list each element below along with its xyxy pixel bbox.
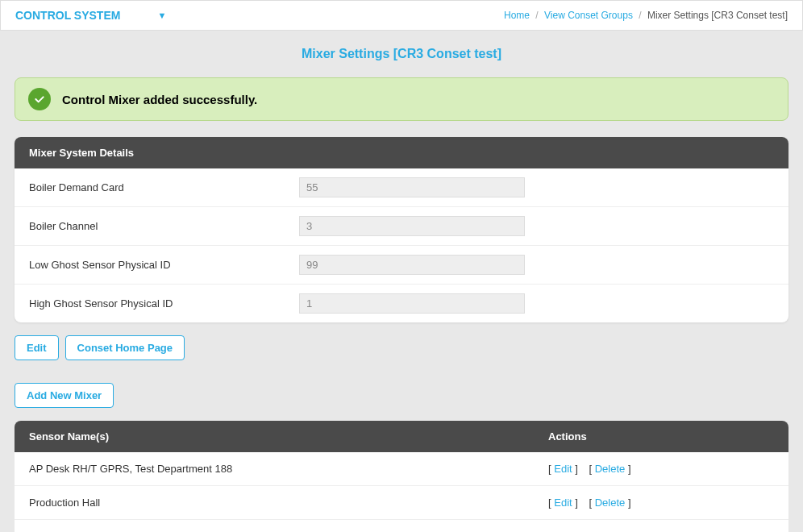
breadcrumb-current: Mixer Settings [CR3 Conset test]	[647, 10, 788, 21]
alert-message: Control Mixer added successfully.	[62, 93, 257, 106]
boiler-channel-input	[299, 216, 525, 236]
conset-home-button[interactable]: Conset Home Page	[65, 335, 185, 360]
breadcrumb-home[interactable]: Home	[504, 10, 530, 21]
edit-link[interactable]: Edit	[554, 497, 572, 509]
nav-section-dropdown[interactable]: CONTROL SYSTEM ▼	[15, 9, 166, 22]
table-header: Sensor Name(s) Actions	[15, 421, 788, 452]
panel-header: Mixer System Details	[15, 137, 788, 168]
field-label: Boiler Demand Card	[29, 181, 299, 193]
sensor-name: AP Desk RH/T GPRS, Test Department 188	[29, 463, 548, 475]
form-row: High Ghost Sensor Physical ID	[15, 285, 788, 322]
panel-body: Boiler Demand Card Boiler Channel Low Gh…	[15, 168, 788, 322]
table-row: Production Hall [ Edit ] [ Delete ]	[15, 486, 788, 520]
form-row: Boiler Channel	[15, 207, 788, 246]
low-ghost-sensor-input	[299, 255, 525, 275]
button-row: Edit Conset Home Page	[15, 335, 788, 360]
check-circle-icon	[28, 88, 51, 110]
table-header-name: Sensor Name(s)	[29, 430, 548, 443]
field-label: Boiler Channel	[29, 220, 299, 232]
sensor-table: Sensor Name(s) Actions AP Desk RH/T GPRS…	[15, 421, 788, 532]
breadcrumb-sep: /	[535, 10, 538, 21]
form-row: Boiler Demand Card	[15, 168, 788, 207]
sensor-name: Production Hall	[29, 497, 548, 509]
row-actions: [ Edit ] [ Delete ]	[548, 463, 774, 475]
edit-button[interactable]: Edit	[15, 335, 59, 360]
boiler-demand-card-input	[299, 177, 525, 197]
edit-link[interactable]: Edit	[554, 463, 572, 475]
add-row: Add New Mixer	[15, 383, 788, 408]
delete-link[interactable]: Delete	[595, 463, 626, 475]
success-alert: Control Mixer added successfully.	[15, 77, 788, 121]
form-row: Low Ghost Sensor Physical ID	[15, 246, 788, 285]
topbar: CONTROL SYSTEM ▼ Home / View Conset Grou…	[0, 0, 803, 31]
row-actions: [ Edit ] [ Delete ]	[548, 497, 774, 509]
delete-link[interactable]: Delete	[595, 497, 626, 509]
table-row: AP Desk RH/T IP [ Edit ] [ Delete ]	[15, 520, 788, 532]
high-ghost-sensor-input	[299, 293, 525, 314]
table-row: AP Desk RH/T GPRS, Test Department 188 […	[15, 452, 788, 486]
chevron-down-icon: ▼	[157, 10, 166, 20]
table-header-actions: Actions	[548, 430, 774, 443]
details-panel: Mixer System Details Boiler Demand Card …	[15, 137, 788, 322]
breadcrumb-sep: /	[639, 10, 641, 21]
add-new-mixer-button[interactable]: Add New Mixer	[15, 383, 114, 408]
field-label: High Ghost Sensor Physical ID	[29, 297, 299, 310]
nav-section-label: CONTROL SYSTEM	[15, 9, 120, 22]
field-label: Low Ghost Sensor Physical ID	[29, 259, 299, 271]
breadcrumb: Home / View Conset Groups / Mixer Settin…	[504, 10, 788, 21]
breadcrumb-view-groups[interactable]: View Conset Groups	[544, 10, 633, 21]
page-title: Mixer Settings [CR3 Conset test]	[0, 31, 803, 77]
table-body: AP Desk RH/T GPRS, Test Department 188 […	[15, 452, 788, 532]
